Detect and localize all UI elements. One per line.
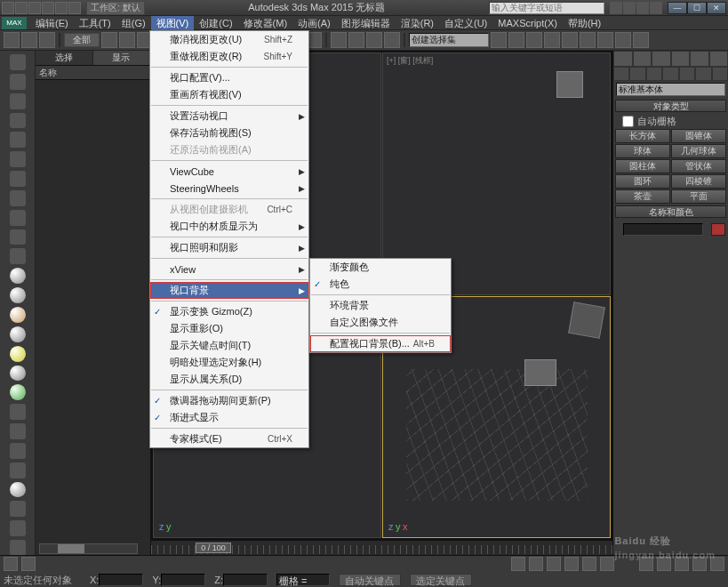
primitive-button[interactable]: 球体 — [615, 144, 670, 158]
goto-end-icon[interactable] — [582, 557, 596, 571]
render-icon[interactable] — [633, 32, 649, 48]
mat-misc-icon[interactable] — [10, 482, 26, 498]
menu-item[interactable]: 明暗处理选定对象(H) — [150, 354, 308, 371]
layers-icon[interactable] — [526, 32, 542, 48]
primitive-button[interactable]: 圆锥体 — [671, 129, 726, 143]
workspace-selector[interactable]: 工作区: 默认 — [86, 1, 145, 15]
menu-item[interactable]: 自定义图像文件 — [310, 314, 451, 331]
primitive-button[interactable]: 茶壶 — [615, 189, 670, 204]
cat-space-icon[interactable] — [695, 67, 711, 81]
menu-item[interactable]: 视口照明和阴影▶ — [150, 239, 308, 256]
menu-maxscript[interactable]: MAXScript(X) — [492, 16, 563, 30]
cmd-tab-display[interactable] — [690, 51, 709, 67]
play-icon[interactable] — [547, 557, 561, 571]
bind-icon[interactable] — [39, 32, 55, 48]
close-button[interactable]: ✕ — [707, 2, 726, 14]
scene-column-name[interactable]: 名称 — [36, 66, 150, 80]
coord-y-input[interactable] — [161, 574, 205, 586]
primitive-button[interactable]: 管状体 — [671, 159, 726, 173]
menu-item[interactable]: 从视图创建摄影机Ctrl+C — [150, 201, 308, 218]
percent-snap-icon[interactable] — [366, 32, 382, 48]
menu-item[interactable]: 配置视口背景(B)...Alt+B — [310, 335, 451, 352]
primitive-button[interactable]: 四棱锥 — [671, 174, 726, 189]
menu-item[interactable]: 专家模式(E)Ctrl+X — [150, 430, 308, 447]
leaf-icon[interactable] — [10, 501, 26, 517]
primitive-button[interactable]: 圆柱体 — [615, 159, 670, 173]
selection-filter-dropdown[interactable]: 全部 — [64, 33, 100, 47]
schematic-icon[interactable] — [562, 32, 578, 48]
new-icon[interactable] — [15, 2, 28, 14]
autogrid-checkbox[interactable]: 自动栅格 — [613, 114, 728, 129]
object-name-input[interactable] — [623, 223, 703, 236]
mat-white-icon[interactable] — [10, 366, 26, 382]
menu-item[interactable]: ✓渐进式显示 — [150, 409, 308, 426]
help-icon[interactable] — [650, 2, 662, 14]
time-config-icon[interactable] — [600, 557, 614, 571]
tab-display[interactable]: 显示 — [93, 51, 151, 65]
cat-helpers-icon[interactable] — [679, 67, 695, 81]
rollout-name-color[interactable]: 名称和颜色 — [615, 205, 726, 218]
stairs-icon[interactable] — [10, 151, 26, 167]
time-marker[interactable]: 0 / 100 — [196, 543, 231, 553]
redo-icon[interactable] — [68, 2, 81, 14]
select-icon[interactable] — [101, 32, 117, 48]
eye-icon[interactable] — [10, 210, 26, 226]
menu-item[interactable]: ✓纯色 — [310, 276, 451, 293]
viewport-label[interactable]: [+] [窗] [线框] — [387, 55, 433, 67]
help-search-input[interactable] — [489, 2, 604, 14]
max-badge-icon[interactable]: MAX — [2, 17, 27, 29]
gear-icon[interactable] — [10, 540, 26, 556]
menu-tools[interactable]: 工具(T) — [74, 16, 116, 30]
object-color-swatch[interactable] — [711, 223, 725, 236]
door-icon[interactable] — [10, 171, 26, 187]
teapot-icon[interactable] — [10, 54, 26, 70]
menu-help[interactable]: 帮助(H) — [563, 16, 606, 30]
undo-icon[interactable] — [55, 2, 68, 14]
select-by-name-icon[interactable] — [119, 32, 135, 48]
mat-metal-icon[interactable] — [10, 287, 26, 303]
menu-item[interactable]: 显示重影(O) — [150, 320, 308, 337]
render-frame-icon[interactable] — [615, 32, 631, 48]
cat-geometry-icon[interactable] — [613, 67, 629, 81]
menu-item[interactable]: 还原活动前视图(A) — [150, 141, 308, 158]
cmd-tab-utilities[interactable] — [709, 51, 729, 67]
menu-edit[interactable]: 编辑(E) — [30, 16, 74, 30]
menu-item[interactable]: 视口中的材质显示为▶ — [150, 218, 308, 235]
primitive-button[interactable]: 圆环 — [615, 174, 670, 189]
primitive-category-dropdown[interactable]: 标准基本体 — [616, 83, 725, 96]
menu-item[interactable]: 设置活动视口▶ — [150, 108, 308, 125]
primitive-button[interactable]: 平面 — [671, 189, 726, 204]
menu-item[interactable]: ViewCube▶ — [150, 163, 308, 180]
star-icon[interactable] — [636, 2, 649, 14]
menu-item[interactable]: ✓微调器拖动期间更新(P) — [150, 392, 308, 409]
mat-gold-icon[interactable] — [10, 307, 26, 323]
menu-item[interactable]: 环境背景 — [310, 297, 451, 314]
tree-icon[interactable] — [10, 190, 26, 206]
sun-icon[interactable] — [10, 404, 26, 420]
cmd-tab-motion[interactable] — [671, 51, 691, 67]
menu-item[interactable]: 显示关键点时间(T) — [150, 337, 308, 354]
pattern-icon[interactable] — [10, 462, 26, 478]
link-icon[interactable] — [4, 32, 20, 48]
menu-item[interactable]: 视口背景▶ — [150, 282, 308, 299]
menu-rendering[interactable]: 渲染(R) — [396, 16, 439, 30]
save-icon[interactable] — [42, 2, 54, 14]
box-icon[interactable] — [10, 74, 26, 90]
primitive-button[interactable]: 几何球体 — [671, 144, 726, 158]
brush-icon[interactable] — [10, 520, 26, 536]
vp-config-icon[interactable] — [21, 557, 36, 571]
menu-item[interactable]: xView▶ — [150, 261, 308, 277]
coord-x-input[interactable] — [99, 574, 143, 586]
cat-cameras-icon[interactable] — [662, 67, 678, 81]
next-key-icon[interactable] — [564, 557, 579, 571]
align-icon[interactable] — [508, 32, 524, 48]
maximize-button[interactable]: ☐ — [687, 2, 707, 14]
primitive-button[interactable]: 长方体 — [615, 129, 670, 143]
exchange-icon[interactable] — [623, 2, 636, 14]
unlink-icon[interactable] — [21, 32, 37, 48]
cmd-tab-hierarchy[interactable] — [652, 51, 671, 67]
menu-item[interactable]: 撤消视图更改(U)Shift+Z — [150, 31, 308, 48]
menu-item[interactable]: 视口配置(V)... — [150, 69, 308, 86]
rail-icon[interactable] — [10, 113, 26, 129]
menu-group[interactable]: 组(G) — [116, 16, 151, 30]
